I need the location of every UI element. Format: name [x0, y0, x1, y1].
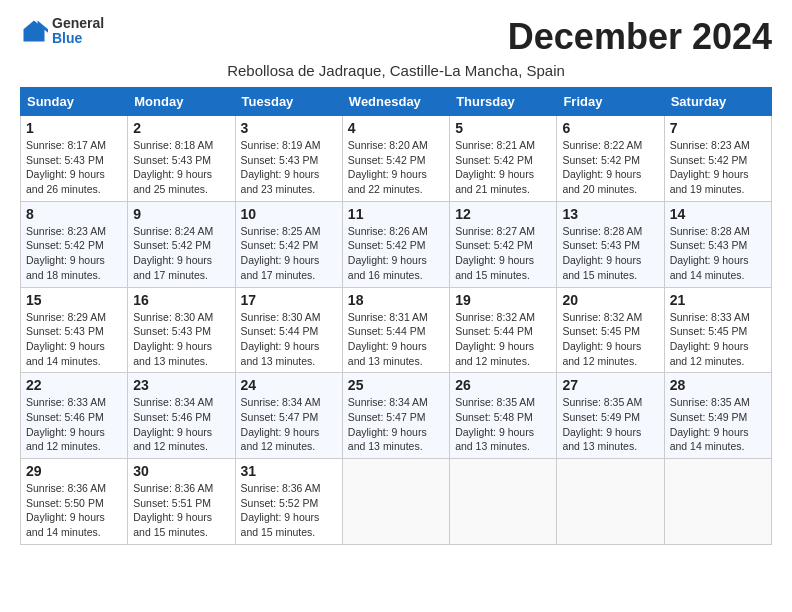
day-number: 5 [455, 120, 551, 136]
logo-icon [20, 17, 48, 45]
day-number: 3 [241, 120, 337, 136]
calendar-cell [342, 459, 449, 545]
calendar-cell: 11Sunrise: 8:26 AM Sunset: 5:42 PM Dayli… [342, 201, 449, 287]
day-info: Sunrise: 8:24 AM Sunset: 5:42 PM Dayligh… [133, 224, 229, 283]
calendar-cell: 7Sunrise: 8:23 AM Sunset: 5:42 PM Daylig… [664, 116, 771, 202]
calendar-cell: 24Sunrise: 8:34 AM Sunset: 5:47 PM Dayli… [235, 373, 342, 459]
day-number: 4 [348, 120, 444, 136]
day-number: 22 [26, 377, 122, 393]
calendar-cell: 31Sunrise: 8:36 AM Sunset: 5:52 PM Dayli… [235, 459, 342, 545]
calendar-cell: 22Sunrise: 8:33 AM Sunset: 5:46 PM Dayli… [21, 373, 128, 459]
day-info: Sunrise: 8:23 AM Sunset: 5:42 PM Dayligh… [26, 224, 122, 283]
calendar-cell [664, 459, 771, 545]
calendar-cell: 2Sunrise: 8:18 AM Sunset: 5:43 PM Daylig… [128, 116, 235, 202]
location-subtitle: Rebollosa de Jadraque, Castille-La Manch… [20, 62, 772, 79]
calendar-cell: 21Sunrise: 8:33 AM Sunset: 5:45 PM Dayli… [664, 287, 771, 373]
day-info: Sunrise: 8:28 AM Sunset: 5:43 PM Dayligh… [670, 224, 766, 283]
day-number: 20 [562, 292, 658, 308]
calendar-cell: 27Sunrise: 8:35 AM Sunset: 5:49 PM Dayli… [557, 373, 664, 459]
day-number: 6 [562, 120, 658, 136]
month-title: December 2024 [508, 16, 772, 58]
day-number: 29 [26, 463, 122, 479]
day-info: Sunrise: 8:28 AM Sunset: 5:43 PM Dayligh… [562, 224, 658, 283]
day-info: Sunrise: 8:32 AM Sunset: 5:45 PM Dayligh… [562, 310, 658, 369]
day-info: Sunrise: 8:34 AM Sunset: 5:47 PM Dayligh… [348, 395, 444, 454]
calendar-cell: 14Sunrise: 8:28 AM Sunset: 5:43 PM Dayli… [664, 201, 771, 287]
day-number: 21 [670, 292, 766, 308]
calendar-cell: 6Sunrise: 8:22 AM Sunset: 5:42 PM Daylig… [557, 116, 664, 202]
calendar-cell: 4Sunrise: 8:20 AM Sunset: 5:42 PM Daylig… [342, 116, 449, 202]
weekday-header-monday: Monday [128, 88, 235, 116]
calendar-cell: 17Sunrise: 8:30 AM Sunset: 5:44 PM Dayli… [235, 287, 342, 373]
day-info: Sunrise: 8:18 AM Sunset: 5:43 PM Dayligh… [133, 138, 229, 197]
day-number: 31 [241, 463, 337, 479]
weekday-header-tuesday: Tuesday [235, 88, 342, 116]
day-number: 15 [26, 292, 122, 308]
day-info: Sunrise: 8:21 AM Sunset: 5:42 PM Dayligh… [455, 138, 551, 197]
day-info: Sunrise: 8:32 AM Sunset: 5:44 PM Dayligh… [455, 310, 551, 369]
day-number: 28 [670, 377, 766, 393]
calendar-cell: 23Sunrise: 8:34 AM Sunset: 5:46 PM Dayli… [128, 373, 235, 459]
day-info: Sunrise: 8:29 AM Sunset: 5:43 PM Dayligh… [26, 310, 122, 369]
day-info: Sunrise: 8:27 AM Sunset: 5:42 PM Dayligh… [455, 224, 551, 283]
calendar-cell: 3Sunrise: 8:19 AM Sunset: 5:43 PM Daylig… [235, 116, 342, 202]
weekday-header-saturday: Saturday [664, 88, 771, 116]
day-info: Sunrise: 8:17 AM Sunset: 5:43 PM Dayligh… [26, 138, 122, 197]
calendar-cell: 9Sunrise: 8:24 AM Sunset: 5:42 PM Daylig… [128, 201, 235, 287]
weekday-header-thursday: Thursday [450, 88, 557, 116]
day-info: Sunrise: 8:36 AM Sunset: 5:50 PM Dayligh… [26, 481, 122, 540]
day-info: Sunrise: 8:35 AM Sunset: 5:48 PM Dayligh… [455, 395, 551, 454]
day-number: 12 [455, 206, 551, 222]
weekday-header-friday: Friday [557, 88, 664, 116]
day-info: Sunrise: 8:22 AM Sunset: 5:42 PM Dayligh… [562, 138, 658, 197]
calendar-cell: 8Sunrise: 8:23 AM Sunset: 5:42 PM Daylig… [21, 201, 128, 287]
calendar-cell: 29Sunrise: 8:36 AM Sunset: 5:50 PM Dayli… [21, 459, 128, 545]
logo-blue-text: Blue [52, 31, 104, 46]
calendar-week-row: 15Sunrise: 8:29 AM Sunset: 5:43 PM Dayli… [21, 287, 772, 373]
day-info: Sunrise: 8:35 AM Sunset: 5:49 PM Dayligh… [562, 395, 658, 454]
calendar-cell: 18Sunrise: 8:31 AM Sunset: 5:44 PM Dayli… [342, 287, 449, 373]
day-info: Sunrise: 8:20 AM Sunset: 5:42 PM Dayligh… [348, 138, 444, 197]
day-number: 27 [562, 377, 658, 393]
day-info: Sunrise: 8:36 AM Sunset: 5:52 PM Dayligh… [241, 481, 337, 540]
calendar-cell: 16Sunrise: 8:30 AM Sunset: 5:43 PM Dayli… [128, 287, 235, 373]
day-number: 25 [348, 377, 444, 393]
day-info: Sunrise: 8:19 AM Sunset: 5:43 PM Dayligh… [241, 138, 337, 197]
calendar-cell: 12Sunrise: 8:27 AM Sunset: 5:42 PM Dayli… [450, 201, 557, 287]
calendar-cell [450, 459, 557, 545]
day-info: Sunrise: 8:30 AM Sunset: 5:44 PM Dayligh… [241, 310, 337, 369]
calendar-cell [557, 459, 664, 545]
day-number: 24 [241, 377, 337, 393]
day-number: 18 [348, 292, 444, 308]
day-number: 7 [670, 120, 766, 136]
day-number: 23 [133, 377, 229, 393]
day-number: 2 [133, 120, 229, 136]
calendar-cell: 20Sunrise: 8:32 AM Sunset: 5:45 PM Dayli… [557, 287, 664, 373]
calendar-week-row: 22Sunrise: 8:33 AM Sunset: 5:46 PM Dayli… [21, 373, 772, 459]
day-info: Sunrise: 8:26 AM Sunset: 5:42 PM Dayligh… [348, 224, 444, 283]
page-header: General Blue December 2024 [20, 16, 772, 58]
day-number: 30 [133, 463, 229, 479]
day-info: Sunrise: 8:23 AM Sunset: 5:42 PM Dayligh… [670, 138, 766, 197]
day-number: 19 [455, 292, 551, 308]
calendar-cell: 28Sunrise: 8:35 AM Sunset: 5:49 PM Dayli… [664, 373, 771, 459]
day-number: 14 [670, 206, 766, 222]
day-number: 13 [562, 206, 658, 222]
day-number: 9 [133, 206, 229, 222]
calendar-week-row: 8Sunrise: 8:23 AM Sunset: 5:42 PM Daylig… [21, 201, 772, 287]
day-info: Sunrise: 8:25 AM Sunset: 5:42 PM Dayligh… [241, 224, 337, 283]
weekday-header-sunday: Sunday [21, 88, 128, 116]
calendar-cell: 5Sunrise: 8:21 AM Sunset: 5:42 PM Daylig… [450, 116, 557, 202]
day-info: Sunrise: 8:34 AM Sunset: 5:46 PM Dayligh… [133, 395, 229, 454]
day-number: 17 [241, 292, 337, 308]
calendar-cell: 15Sunrise: 8:29 AM Sunset: 5:43 PM Dayli… [21, 287, 128, 373]
weekday-header-row: SundayMondayTuesdayWednesdayThursdayFrid… [21, 88, 772, 116]
weekday-header-wednesday: Wednesday [342, 88, 449, 116]
day-info: Sunrise: 8:30 AM Sunset: 5:43 PM Dayligh… [133, 310, 229, 369]
logo: General Blue [20, 16, 104, 47]
day-info: Sunrise: 8:34 AM Sunset: 5:47 PM Dayligh… [241, 395, 337, 454]
day-number: 10 [241, 206, 337, 222]
logo-general-text: General [52, 16, 104, 31]
day-info: Sunrise: 8:33 AM Sunset: 5:45 PM Dayligh… [670, 310, 766, 369]
calendar-week-row: 1Sunrise: 8:17 AM Sunset: 5:43 PM Daylig… [21, 116, 772, 202]
